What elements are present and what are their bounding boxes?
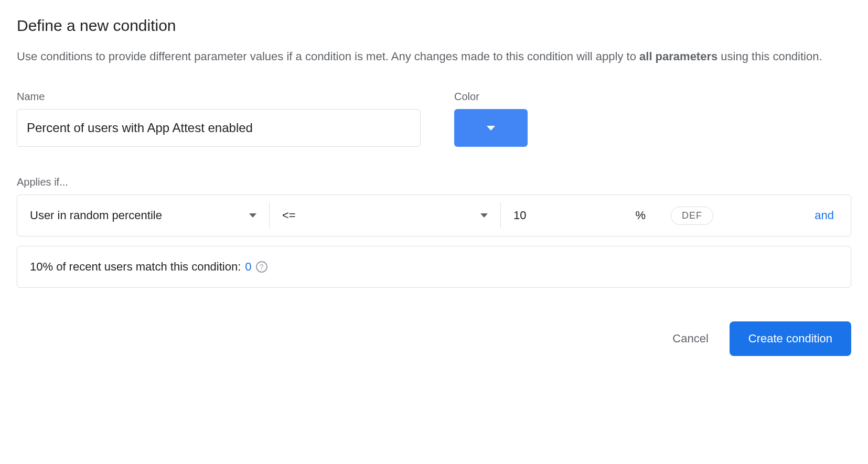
applies-if-label: Applies if...: [17, 176, 851, 188]
desc-bold: all parameters: [639, 50, 717, 63]
chevron-down-icon: [480, 213, 488, 218]
condition-value-segment: %: [501, 195, 658, 236]
condition-value-input[interactable]: [513, 209, 608, 222]
seed-chip[interactable]: DEF: [671, 207, 713, 225]
name-input[interactable]: [17, 109, 421, 147]
create-condition-button[interactable]: Create condition: [730, 321, 851, 356]
desc-post: using this condition.: [717, 50, 822, 63]
chevron-down-icon: [487, 126, 495, 131]
help-icon[interactable]: ?: [256, 261, 267, 273]
condition-operator-value: <=: [282, 209, 296, 222]
condition-target-value: User in random percentile: [30, 209, 162, 222]
page-description: Use conditions to provide different para…: [17, 47, 851, 66]
page-title: Define a new condition: [17, 17, 851, 35]
condition-row: User in random percentile <= % DEF and: [17, 195, 851, 236]
match-count: 0: [245, 260, 251, 274]
chevron-down-icon: [249, 213, 256, 218]
match-summary: 10% of recent users match this condition…: [17, 246, 851, 288]
cancel-button[interactable]: Cancel: [668, 323, 712, 354]
condition-operator-dropdown[interactable]: <=: [270, 195, 500, 236]
add-condition-and[interactable]: and: [815, 209, 851, 222]
color-dropdown[interactable]: [454, 109, 528, 147]
color-label: Color: [454, 91, 528, 103]
match-text: 10% of recent users match this condition…: [30, 260, 241, 274]
desc-pre: Use conditions to provide different para…: [17, 50, 639, 63]
condition-target-dropdown[interactable]: User in random percentile: [17, 195, 269, 236]
percent-sign: %: [635, 209, 646, 222]
name-label: Name: [17, 91, 421, 103]
